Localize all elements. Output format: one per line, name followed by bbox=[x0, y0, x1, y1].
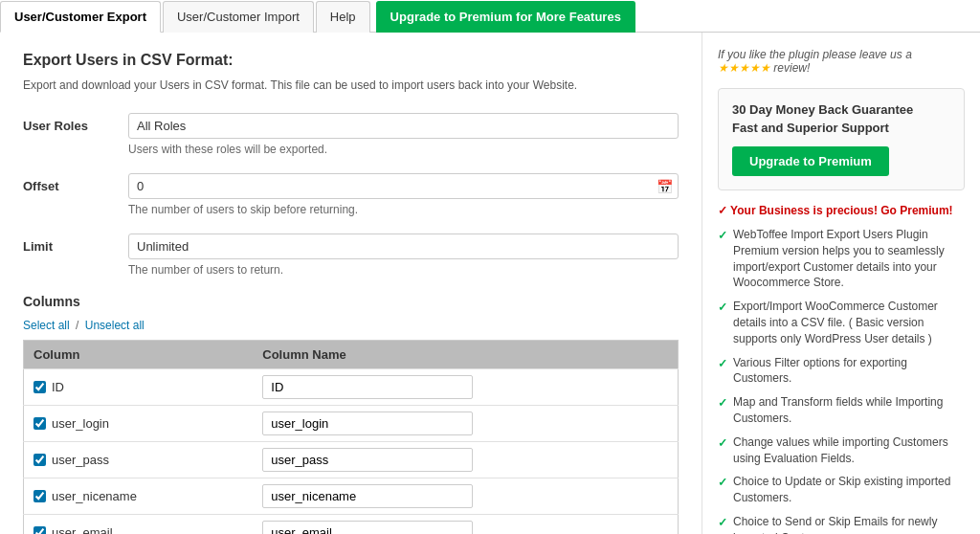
table-row: user_email bbox=[24, 515, 679, 535]
premium-item-text: WebToffee Import Export Users Plugin Pre… bbox=[733, 227, 965, 291]
support-text: Fast and Superior Support bbox=[732, 121, 950, 135]
premium-item-text: Change values while importing Customers … bbox=[733, 434, 965, 467]
tab-export[interactable]: User/Customer Export bbox=[0, 1, 161, 33]
user-roles-label: User Roles bbox=[23, 113, 128, 133]
col-name-input-ID[interactable] bbox=[262, 375, 473, 399]
user-roles-row: User Roles Users with these roles will b… bbox=[23, 113, 679, 156]
col-id-label: user_email bbox=[52, 525, 113, 534]
page-title: Export Users in CSV Format: bbox=[23, 52, 679, 69]
limit-wrap: The number of users to return. bbox=[128, 234, 679, 277]
limit-label: Limit bbox=[23, 234, 128, 254]
select-links: Select all / Unselect all bbox=[23, 319, 679, 332]
checkbox-cell-user_email: user_email bbox=[33, 525, 243, 534]
upgrade-to-premium-button[interactable]: Upgrade to Premium bbox=[732, 146, 889, 176]
checkbox-cell-ID: ID bbox=[33, 380, 243, 394]
review-text: If you like the plugin please leave us a bbox=[718, 48, 912, 61]
limit-hint: The number of users to return. bbox=[128, 263, 679, 277]
page-subtitle: Export and download your Users in CSV fo… bbox=[23, 77, 679, 94]
check-icon: ✓ bbox=[718, 515, 727, 531]
checkbox-user_nicename[interactable] bbox=[33, 490, 46, 502]
main-layout: Export Users in CSV Format: Export and d… bbox=[0, 33, 980, 534]
checkbox-cell-user_pass: user_pass bbox=[33, 453, 243, 467]
review-line: If you like the plugin please leave us a… bbox=[718, 48, 965, 75]
review-stars: ★★★★★ bbox=[718, 61, 770, 75]
right-panel: If you like the plugin please leave us a… bbox=[702, 33, 980, 534]
tab-upgrade[interactable]: Upgrade to Premium for More Features bbox=[376, 1, 635, 33]
separator: / bbox=[76, 319, 78, 332]
check-icon: ✓ bbox=[718, 356, 727, 372]
premium-item-text: Choice to Send or Skip Emails for newly … bbox=[733, 514, 965, 534]
premium-list-item: ✓Change values while importing Customers… bbox=[718, 434, 965, 467]
col-id-label: user_nicename bbox=[52, 489, 137, 503]
check-icon: ✓ bbox=[718, 435, 727, 452]
offset-input[interactable] bbox=[128, 173, 679, 199]
columns-section: Columns Select all / Unselect all Column… bbox=[23, 294, 679, 534]
columns-table: Column Column Name ID user_login bbox=[23, 340, 679, 534]
premium-heading-text: ✓ Your Business is precious! Go Premium! bbox=[718, 204, 953, 217]
offset-row: Offset 📅 The number of users to skip bef… bbox=[23, 173, 679, 216]
premium-list-item: ✓Map and Transform fields while Importin… bbox=[718, 394, 965, 427]
tab-help[interactable]: Help bbox=[316, 1, 370, 33]
checkbox-cell-user_nicename: user_nicename bbox=[33, 489, 243, 503]
col-header-name: Column Name bbox=[253, 341, 678, 369]
premium-item-text: Various Filter options for exporting Cus… bbox=[733, 355, 965, 388]
checkbox-ID[interactable] bbox=[33, 381, 46, 393]
premium-list-item: ✓Choice to Send or Skip Emails for newly… bbox=[718, 514, 965, 534]
col-id-label: user_pass bbox=[52, 453, 109, 467]
guarantee-text: 30 Day Money Back Guarantee bbox=[732, 102, 950, 117]
col-header-column: Column bbox=[24, 341, 254, 369]
offset-label: Offset bbox=[23, 173, 128, 193]
calendar-icon: 📅 bbox=[657, 179, 673, 194]
columns-header-row: Column Column Name bbox=[24, 341, 679, 369]
premium-item-text: Export/Import WooCommerce Customer detai… bbox=[733, 299, 965, 346]
promo-box: 30 Day Money Back Guarantee Fast and Sup… bbox=[718, 88, 965, 190]
premium-item-text: Map and Transform fields while Importing… bbox=[733, 394, 965, 427]
table-row: user_nicename bbox=[24, 478, 679, 515]
premium-list-item: ✓WebToffee Import Export Users Plugin Pr… bbox=[718, 227, 965, 291]
offset-input-wrap: 📅 bbox=[128, 173, 679, 199]
offset-hint: The number of users to skip before retur… bbox=[128, 203, 679, 216]
check-icon: ✓ bbox=[718, 395, 727, 412]
premium-list-item: ✓Various Filter options for exporting Cu… bbox=[718, 355, 965, 388]
col-name-input-user_login[interactable] bbox=[262, 412, 473, 435]
table-row: user_pass bbox=[24, 442, 679, 478]
premium-section: ✓ Your Business is precious! Go Premium!… bbox=[718, 204, 965, 534]
checkbox-user_email[interactable] bbox=[33, 526, 46, 534]
user-roles-input[interactable] bbox=[128, 113, 679, 139]
user-roles-hint: Users with these roles will be exported. bbox=[128, 143, 679, 156]
col-name-input-user_pass[interactable] bbox=[262, 448, 473, 472]
review-suffix: review! bbox=[773, 61, 810, 75]
limit-row: Limit The number of users to return. bbox=[23, 234, 679, 277]
col-id-label: ID bbox=[52, 380, 64, 394]
premium-heading: ✓ Your Business is precious! Go Premium! bbox=[718, 204, 965, 217]
check-icon: ✓ bbox=[718, 228, 727, 244]
table-row: user_login bbox=[24, 406, 679, 442]
check-icon: ✓ bbox=[718, 475, 727, 491]
unselect-all-link[interactable]: Unselect all bbox=[85, 319, 145, 332]
checkbox-user_pass[interactable] bbox=[33, 454, 46, 466]
col-name-input-user_email[interactable] bbox=[262, 521, 473, 534]
check-icon: ✓ bbox=[718, 300, 727, 316]
offset-wrap: 📅 The number of users to skip before ret… bbox=[128, 173, 679, 216]
tab-import[interactable]: User/Customer Import bbox=[163, 1, 314, 33]
col-id-label: user_login bbox=[52, 416, 109, 431]
columns-title: Columns bbox=[23, 294, 679, 309]
limit-input[interactable] bbox=[128, 234, 679, 259]
user-roles-wrap: Users with these roles will be exported. bbox=[128, 113, 679, 156]
premium-list: ✓WebToffee Import Export Users Plugin Pr… bbox=[718, 227, 965, 534]
col-name-input-user_nicename[interactable] bbox=[262, 484, 473, 508]
premium-item-text: Choice to Update or Skip existing import… bbox=[733, 474, 965, 506]
checkbox-cell-user_login: user_login bbox=[33, 416, 243, 431]
checkbox-user_login[interactable] bbox=[33, 417, 46, 430]
premium-list-item: ✓Export/Import WooCommerce Customer deta… bbox=[718, 299, 965, 346]
table-row: ID bbox=[24, 369, 679, 406]
premium-list-item: ✓Choice to Update or Skip existing impor… bbox=[718, 474, 965, 506]
select-all-link[interactable]: Select all bbox=[23, 319, 70, 332]
tab-bar: User/Customer Export User/Customer Impor… bbox=[0, 0, 980, 33]
left-panel: Export Users in CSV Format: Export and d… bbox=[0, 33, 702, 534]
